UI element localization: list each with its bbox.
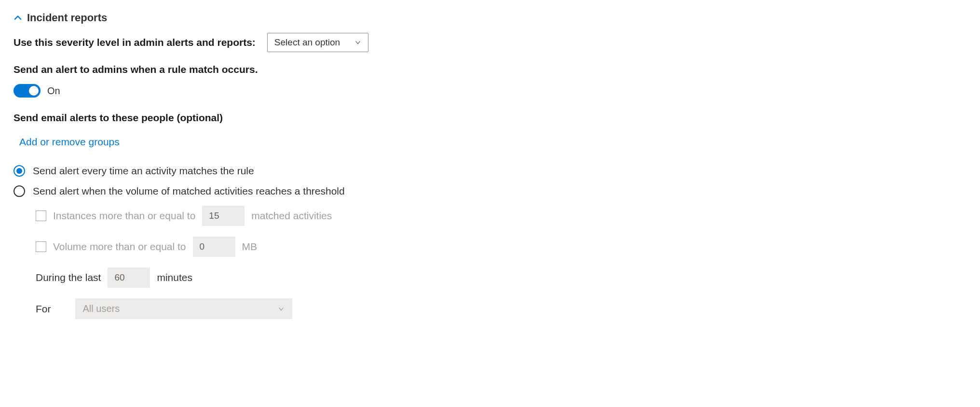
volume-input[interactable] (193, 237, 235, 257)
radio-every-time[interactable] (14, 165, 25, 177)
radio-row-threshold: Send alert when the volume of matched ac… (14, 185, 966, 197)
chevron-down-icon (278, 306, 285, 312)
radio-threshold[interactable] (14, 185, 25, 197)
for-label: For (36, 303, 51, 315)
severity-dropdown-value: Select an option (274, 37, 340, 48)
radio-threshold-label: Send alert when the volume of matched ac… (33, 185, 345, 197)
instances-row: Instances more than or equal to matched … (36, 206, 966, 226)
for-dropdown[interactable]: All users (75, 298, 292, 319)
volume-label: Volume more than or equal to (53, 241, 186, 253)
instances-checkbox[interactable] (36, 211, 46, 221)
severity-dropdown[interactable]: Select an option (267, 33, 368, 52)
volume-checkbox[interactable] (36, 241, 46, 252)
during-row: During the last minutes (36, 267, 966, 288)
add-remove-groups-link[interactable]: Add or remove groups (19, 136, 120, 148)
chevron-down-icon (354, 39, 361, 46)
severity-label: Use this severity level in admin alerts … (14, 37, 256, 48)
for-row: For All users (36, 298, 966, 319)
for-dropdown-value: All users (83, 303, 120, 314)
volume-row: Volume more than or equal to MB (36, 237, 966, 257)
during-input[interactable] (108, 267, 150, 288)
section-header[interactable]: Incident reports (14, 12, 966, 24)
section-title: Incident reports (27, 12, 107, 24)
alert-toggle-state: On (47, 85, 60, 97)
volume-suffix: MB (242, 241, 258, 253)
threshold-group: Instances more than or equal to matched … (36, 206, 966, 319)
radio-row-every-time: Send alert every time an activity matche… (14, 165, 966, 177)
instances-label: Instances more than or equal to (53, 210, 195, 222)
instances-input[interactable] (202, 206, 245, 226)
toggle-knob (29, 86, 39, 96)
alert-toggle-row: On (14, 84, 966, 98)
alert-toggle[interactable] (14, 84, 41, 98)
alert-toggle-label: Send an alert to admins when a rule matc… (14, 64, 966, 75)
chevron-up-icon (14, 14, 22, 22)
severity-row: Use this severity level in admin alerts … (14, 33, 966, 52)
during-label: During the last (36, 272, 101, 283)
instances-suffix: matched activities (251, 210, 332, 222)
radio-every-time-label: Send alert every time an activity matche… (33, 165, 254, 177)
during-suffix: minutes (157, 272, 192, 283)
email-alerts-label: Send email alerts to these people (optio… (14, 112, 966, 124)
